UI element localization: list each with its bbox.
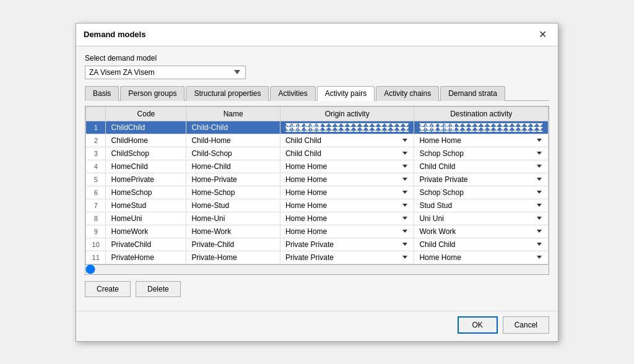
table-row[interactable]: 2ChildHomeChild-HomeChild ChildHome Home: [86, 134, 549, 147]
table-row[interactable]: 7HomeStudHome-StudHome HomeStud Stud: [86, 199, 549, 212]
dialog-footer: OK Cancel: [76, 311, 558, 341]
row-destination[interactable]: Schop Schop: [414, 147, 549, 160]
table-row[interactable]: 8HomeUniHome-UniHome HomeUni Uni: [86, 212, 549, 225]
origin-select[interactable]: Child Child: [285, 123, 409, 132]
table-row[interactable]: 10PrivateChildPrivate-ChildPrivate Priva…: [86, 238, 549, 251]
row-code: ChildHome: [106, 134, 186, 147]
row-destination[interactable]: Child Child: [414, 121, 549, 134]
row-number: 7: [86, 199, 106, 212]
table-row[interactable]: 9HomeWorkHome-WorkHome HomeWork Work: [86, 225, 549, 238]
tab-demand-strata[interactable]: Demand strata: [440, 86, 505, 101]
row-origin[interactable]: Home Home: [280, 173, 414, 186]
destination-select[interactable]: Child Child: [419, 162, 543, 171]
row-origin[interactable]: Home Home: [280, 225, 414, 238]
row-destination[interactable]: Home Home: [414, 251, 549, 264]
row-destination[interactable]: Child Child: [414, 238, 549, 251]
horizontal-scrollbar-area: [85, 264, 549, 274]
destination-select[interactable]: Uni Uni: [419, 214, 543, 223]
row-number: 6: [86, 186, 106, 199]
row-name: Home-Stud: [186, 199, 280, 212]
delete-button[interactable]: Delete: [136, 281, 181, 297]
row-destination[interactable]: Child Child: [414, 160, 549, 173]
col-header-num: [86, 106, 106, 121]
row-name: Child-Child: [186, 121, 280, 134]
destination-select[interactable]: Home Home: [419, 136, 543, 145]
table-scroll[interactable]: Code Name Origin activity Destination ac…: [85, 106, 549, 264]
dropdown-container: ZA Visem ZA Visem: [85, 66, 549, 79]
row-origin[interactable]: Private Private: [280, 238, 414, 251]
row-code: HomeStud: [106, 199, 186, 212]
tab-basis[interactable]: Basis: [85, 86, 119, 101]
destination-select[interactable]: Child Child: [419, 240, 543, 249]
origin-select[interactable]: Home Home: [285, 175, 409, 184]
row-code: HomePrivate: [106, 173, 186, 186]
row-origin[interactable]: Child Child: [280, 134, 414, 147]
select-label: Select demand model: [85, 54, 549, 63]
col-header-name: Name: [186, 106, 280, 121]
origin-select[interactable]: Child Child: [285, 136, 409, 145]
row-number: 10: [86, 238, 106, 251]
row-origin[interactable]: Child Child: [280, 121, 414, 134]
destination-select[interactable]: Schop Schop: [419, 188, 543, 197]
table-container: Code Name Origin activity Destination ac…: [85, 106, 549, 275]
row-number: 9: [86, 225, 106, 238]
row-destination[interactable]: Work Work: [414, 225, 549, 238]
demand-model-dropdown[interactable]: ZA Visem ZA Visem: [85, 66, 246, 79]
row-destination[interactable]: Stud Stud: [414, 199, 549, 212]
row-code: HomeSchop: [106, 186, 186, 199]
origin-select[interactable]: Private Private: [285, 253, 409, 262]
origin-select[interactable]: Home Home: [285, 227, 409, 236]
row-origin[interactable]: Private Private: [280, 251, 414, 264]
table-row[interactable]: 11PrivateHomePrivate-HomePrivate Private…: [86, 251, 549, 264]
row-destination[interactable]: Private Private: [414, 173, 549, 186]
row-code: HomeWork: [106, 225, 186, 238]
row-origin[interactable]: Child Child: [280, 147, 414, 160]
demand-models-dialog: Demand models ✕ Select demand model ZA V…: [76, 23, 558, 342]
create-button[interactable]: Create: [85, 281, 131, 297]
tab-structural-properties[interactable]: Structural properties: [186, 86, 269, 101]
table-row[interactable]: 3ChildSchopChild-SchopChild ChildSchop S…: [86, 147, 549, 160]
origin-select[interactable]: Child Child: [285, 149, 409, 158]
origin-select[interactable]: Private Private: [285, 240, 409, 249]
origin-select[interactable]: Home Home: [285, 162, 409, 171]
destination-select[interactable]: Schop Schop: [419, 149, 543, 158]
col-header-code: Code: [106, 106, 186, 121]
horizontal-scrollbar[interactable]: [85, 266, 549, 273]
table-row[interactable]: 4HomeChildHome-ChildHome HomeChild Child: [86, 160, 549, 173]
tabs-bar: BasisPerson groupsStructural propertiesA…: [85, 85, 549, 101]
destination-select[interactable]: Work Work: [419, 227, 543, 236]
row-number: 11: [86, 251, 106, 264]
col-header-destination: Destination activity: [414, 106, 549, 121]
destination-select[interactable]: Private Private: [419, 175, 543, 184]
close-button[interactable]: ✕: [535, 28, 550, 41]
row-name: Private-Child: [186, 238, 280, 251]
table-row[interactable]: 6HomeSchopHome-SchopHome HomeSchop Schop: [86, 186, 549, 199]
origin-select[interactable]: Home Home: [285, 201, 409, 210]
tab-person-groups[interactable]: Person groups: [120, 86, 185, 101]
row-origin[interactable]: Home Home: [280, 160, 414, 173]
destination-select[interactable]: Child Child: [419, 123, 543, 132]
row-name: Home-Uni: [186, 212, 280, 225]
row-destination[interactable]: Schop Schop: [414, 186, 549, 199]
row-origin[interactable]: Home Home: [280, 186, 414, 199]
row-origin[interactable]: Home Home: [280, 199, 414, 212]
row-origin[interactable]: Home Home: [280, 212, 414, 225]
table-row[interactable]: 1ChildChildChild-ChildChild ChildChild C…: [86, 121, 549, 134]
destination-select[interactable]: Home Home: [419, 253, 543, 262]
tab-activity-chains[interactable]: Activity chains: [376, 86, 439, 101]
cancel-button[interactable]: Cancel: [503, 316, 549, 334]
row-destination[interactable]: Uni Uni: [414, 212, 549, 225]
row-code: ChildSchop: [106, 147, 186, 160]
row-name: Home-Private: [186, 173, 280, 186]
row-code: HomeUni: [106, 212, 186, 225]
ok-button[interactable]: OK: [458, 316, 498, 334]
table-row[interactable]: 5HomePrivateHome-PrivateHome HomePrivate…: [86, 173, 549, 186]
row-number: 3: [86, 147, 106, 160]
row-destination[interactable]: Home Home: [414, 134, 549, 147]
origin-select[interactable]: Home Home: [285, 214, 409, 223]
destination-select[interactable]: Stud Stud: [419, 201, 543, 210]
tab-activities[interactable]: Activities: [270, 86, 315, 101]
row-code: HomeChild: [106, 160, 186, 173]
origin-select[interactable]: Home Home: [285, 188, 409, 197]
tab-activity-pairs[interactable]: Activity pairs: [317, 86, 375, 101]
